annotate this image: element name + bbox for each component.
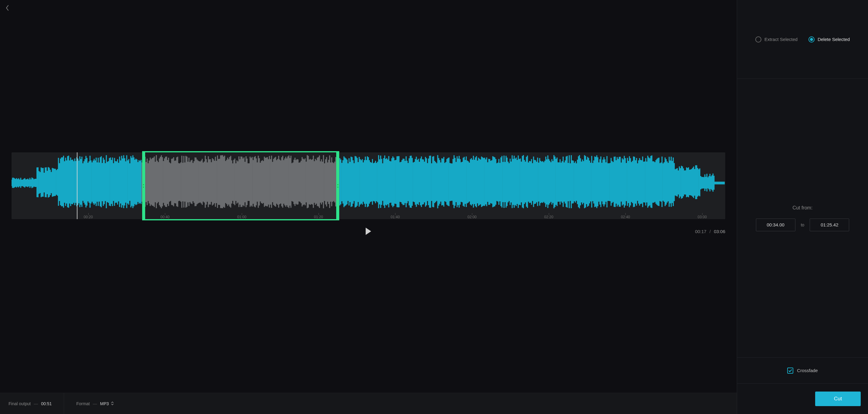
play-button[interactable]: [363, 226, 374, 236]
radio-extract-selected[interactable]: Extract Selected: [755, 36, 798, 42]
timeline-tick: 00:20: [84, 215, 93, 219]
crossfade-label: Crossfade: [797, 368, 817, 373]
format-segment: Format — MP3: [76, 401, 114, 406]
format-label: Format: [76, 401, 90, 406]
final-output-value: 00:51: [41, 401, 52, 406]
time-readout: 00:17 / 03:06: [695, 229, 725, 234]
radio-circle-icon: [808, 36, 814, 42]
selection-handle-left[interactable]: [142, 152, 145, 219]
current-time: 00:17: [695, 229, 706, 234]
cut-to-label: to: [801, 222, 805, 227]
cut-from-input[interactable]: [756, 219, 796, 231]
final-output-label: Final output: [8, 401, 31, 406]
timeline-tick: 01:40: [391, 215, 400, 219]
final-output-segment: Final output — 00:51: [8, 401, 52, 406]
playhead[interactable]: [77, 152, 78, 219]
timeline-tick: 01:20: [314, 215, 323, 219]
cut-to-input[interactable]: [810, 219, 849, 231]
side-panel: Extract Selected Delete Selected Cut fro…: [737, 0, 868, 414]
chevron-left-icon: [6, 5, 9, 11]
timeline-ruler: 00:2000:4001:0001:2001:4002:0002:2002:40…: [11, 211, 725, 219]
timeline-tick: 02:00: [467, 215, 476, 219]
check-icon: [788, 369, 792, 372]
radio-delete-selected[interactable]: Delete Selected: [808, 36, 850, 42]
back-button[interactable]: [4, 4, 11, 11]
radio-circle-icon: [755, 36, 762, 42]
footer-bar: Final output — 00:51 Format — MP3: [0, 393, 737, 414]
waveform-graphic: [11, 152, 725, 219]
crossfade-checkbox[interactable]: [787, 368, 793, 374]
time-separator: /: [710, 229, 711, 234]
play-icon: [365, 227, 372, 235]
format-value: MP3: [100, 401, 109, 406]
timeline-tick: 01:00: [237, 215, 246, 219]
radio-delete-label: Delete Selected: [817, 37, 850, 42]
timeline-tick: 02:20: [544, 215, 553, 219]
radio-extract-label: Extract Selected: [765, 37, 798, 42]
waveform-track[interactable]: 00:2000:4001:0001:2001:4002:0002:2002:40…: [11, 152, 725, 219]
format-select[interactable]: MP3: [100, 401, 114, 406]
cut-button[interactable]: Cut: [815, 391, 861, 406]
timeline-tick: 02:40: [621, 215, 630, 219]
timeline-tick: 00:40: [160, 215, 169, 219]
sort-caret-icon: [111, 401, 114, 406]
total-time: 03:06: [714, 229, 725, 234]
timeline-tick: 03:00: [698, 215, 707, 219]
selection-handle-right[interactable]: [336, 152, 339, 219]
cut-from-label: Cut from:: [793, 205, 813, 211]
